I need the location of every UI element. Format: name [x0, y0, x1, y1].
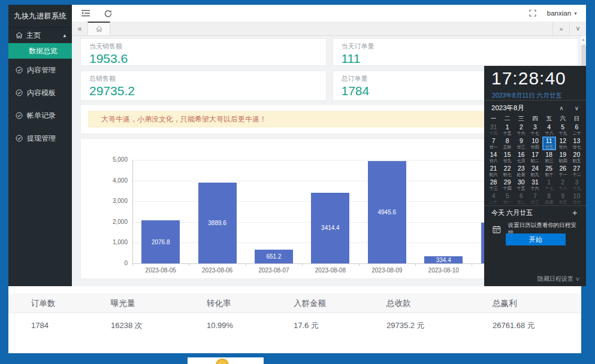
- calendar-day[interactable]: 1十七: [542, 178, 556, 192]
- calendar-day[interactable]: 18初三: [542, 150, 556, 164]
- day-lunar-label: 廿五: [545, 145, 553, 149]
- calendar-day[interactable]: 17初二: [528, 150, 542, 164]
- calendar-day[interactable]: 1十五: [500, 123, 514, 136]
- calendar-day[interactable]: 21初六: [487, 164, 500, 178]
- calendar-day[interactable]: 22初七: [500, 164, 514, 178]
- calendar-day[interactable]: 5十九: [556, 123, 570, 136]
- tabs-scroll-left-icon[interactable]: «: [72, 22, 87, 35]
- calendar-day[interactable]: 9廿五: [556, 192, 570, 205]
- calendar-day[interactable]: 8白露: [542, 192, 556, 205]
- day-number: 2: [520, 124, 523, 131]
- stat-value: 1953.6: [89, 51, 318, 66]
- calendar-day[interactable]: 19初四: [556, 150, 570, 164]
- calendar-month-label[interactable]: 2023年8月: [491, 104, 548, 113]
- day-lunar-label: 廿二: [517, 200, 525, 204]
- user-name: banxian: [547, 10, 571, 17]
- day-number: 9: [561, 193, 564, 199]
- start-button[interactable]: 开始: [506, 233, 566, 245]
- sidebar-item-home[interactable]: 主页 ▲: [8, 28, 72, 43]
- calendar-day-selected[interactable]: 11廿五: [542, 136, 556, 150]
- x-axis-tick: [246, 263, 246, 266]
- day-number: 26: [559, 165, 566, 172]
- calendar-day[interactable]: 6廿二: [514, 192, 528, 205]
- fullscreen-icon[interactable]: [529, 10, 536, 17]
- calendar-day[interactable]: 2十六: [514, 123, 528, 136]
- calendar-day[interactable]: 4十八: [542, 123, 556, 136]
- calendar-day[interactable]: 25初十: [542, 164, 556, 178]
- calendar-day[interactable]: 27十二: [570, 164, 584, 178]
- bar-value-label: 651.2: [266, 253, 281, 260]
- day-lunar-label: 初十: [545, 172, 553, 177]
- chart-bar-2023-08-09[interactable]: 4945.6: [368, 161, 406, 263]
- day-number: 16: [518, 151, 525, 158]
- y-axis-tick-label: 0: [86, 260, 128, 266]
- calendar-day[interactable]: 20初五: [570, 150, 584, 164]
- refresh-icon[interactable]: [104, 10, 112, 17]
- chart-bar-2023-08-07[interactable]: 651.2: [255, 250, 293, 263]
- chart-bar-2023-08-08[interactable]: 3414.4: [311, 193, 349, 263]
- app-title: 九块九进群系统: [8, 5, 72, 28]
- hide-agenda-link[interactable]: 隐藏日程设置 ∨: [537, 275, 580, 283]
- calendar-day[interactable]: 30十五: [514, 178, 528, 192]
- day-number: 6: [575, 124, 578, 131]
- y-axis-tick-label: 1,000: [86, 239, 128, 245]
- sidebar-item-label: 帐单记录: [27, 111, 56, 121]
- day-number: 8: [506, 138, 509, 144]
- calendar-day[interactable]: 6二十: [570, 123, 584, 136]
- clock-date[interactable]: 2023年8月11日 六月廿五: [492, 92, 562, 100]
- calendar-day[interactable]: 3十九: [570, 178, 584, 192]
- calendar-day[interactable]: 7廿一: [487, 136, 500, 150]
- day-number: 13: [573, 138, 581, 144]
- calendar-day[interactable]: 8立秋: [500, 136, 514, 150]
- user-dropdown[interactable]: banxian ▼: [547, 10, 578, 17]
- tabs-dropdown-icon[interactable]: ∨: [569, 22, 586, 35]
- sidebar-item-3[interactable]: 提现管理: [8, 127, 72, 150]
- day-lunar-label: 十四: [503, 186, 512, 190]
- chart-bar-2023-08-05[interactable]: 2076.8: [141, 220, 180, 263]
- day-lunar-label: 十八: [545, 131, 553, 135]
- chart-bar-2023-08-10[interactable]: 334.4: [424, 256, 463, 263]
- sidebar-item-1[interactable]: 内容模板: [8, 81, 72, 104]
- chevron-up-icon: ▲: [62, 33, 67, 38]
- calendar-next-month-icon[interactable]: ∨: [575, 105, 579, 111]
- calendar-day[interactable]: 5廿一: [500, 192, 514, 205]
- tab-home[interactable]: [87, 22, 110, 35]
- tabs-scroll-right-icon[interactable]: »: [552, 22, 569, 35]
- calendar-day[interactable]: 31十六: [528, 178, 542, 192]
- chart-bar-2023-08-06[interactable]: 3889.6: [198, 183, 237, 263]
- day-lunar-label: 十一: [558, 172, 567, 177]
- menu-fold-icon[interactable]: [81, 10, 90, 17]
- calendar-day[interactable]: 12廿六: [556, 136, 570, 150]
- day-lunar-label: 廿六: [572, 200, 581, 204]
- calendar-day[interactable]: 26十一: [556, 164, 570, 178]
- calendar-day[interactable]: 2十八: [556, 178, 570, 192]
- sidebar-item-2[interactable]: 帐单记录: [8, 104, 72, 127]
- calendar-day[interactable]: 3十七: [528, 123, 542, 136]
- calendar-day[interactable]: 28十三: [487, 178, 500, 192]
- add-event-icon[interactable]: ＋: [570, 208, 579, 217]
- calendar-day[interactable]: 15廿九: [500, 150, 514, 164]
- day-lunar-label: 十五: [503, 131, 512, 135]
- day-number: 9: [520, 138, 523, 144]
- calendar-day[interactable]: 23处暑: [514, 164, 528, 178]
- summary-value-cell: 29735.2 元: [386, 313, 493, 338]
- calendar-day[interactable]: 10廿四: [528, 136, 542, 150]
- calendar-prev-month-icon[interactable]: ∧: [559, 105, 563, 111]
- calendar-day[interactable]: 31十四: [487, 123, 500, 136]
- calendar-day[interactable]: 9廿三: [514, 136, 528, 150]
- calendar-day[interactable]: 24初九: [528, 164, 542, 178]
- day-number: 19: [559, 151, 566, 158]
- bar-value-label: 4945.6: [378, 209, 397, 216]
- calendar-day[interactable]: 10廿六: [570, 192, 584, 205]
- calendar-day[interactable]: 4二十: [487, 192, 500, 205]
- sidebar-item-data-overview[interactable]: 数据总览: [8, 43, 72, 59]
- calendar-day[interactable]: 16七月: [514, 150, 528, 164]
- scrollbar-up-arrow[interactable]: ▲: [581, 36, 586, 43]
- sidebar-item-0[interactable]: 内容管理: [8, 59, 72, 81]
- calendar-day[interactable]: 13廿七: [570, 136, 584, 150]
- calendar-day[interactable]: 7廿三: [528, 192, 542, 205]
- calendar-day[interactable]: 29十四: [500, 178, 514, 192]
- home-icon: [16, 32, 23, 39]
- calendar-day[interactable]: 14廿八: [487, 150, 500, 164]
- check-circle-icon: [16, 66, 23, 74]
